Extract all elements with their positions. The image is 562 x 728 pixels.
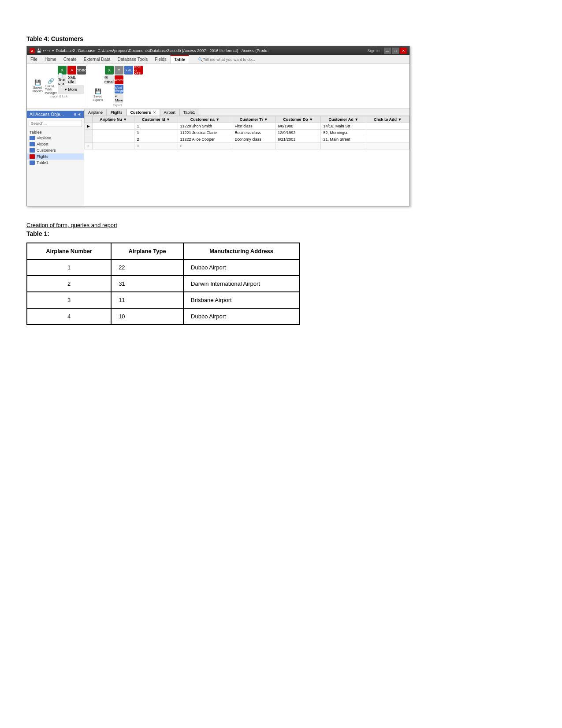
nav-item-airport-label: Airport — [37, 142, 48, 146]
cell-id-1[interactable]: 1 — [134, 123, 178, 130]
email-button[interactable]: ✉ Email — [105, 75, 114, 84]
tab-flights-label: Flights — [111, 110, 123, 115]
import-small-buttons: X A ODBC 📄 Text File XML File ▾ More — [58, 66, 86, 94]
creation-link[interactable]: Creation of form, queries and report — [26, 222, 536, 228]
row4-number: 4 — [27, 308, 111, 325]
cell-title-1[interactable]: First class — [232, 123, 275, 130]
text-export-button[interactable]: T — [115, 66, 123, 75]
cell-dob-3[interactable]: 6/21/2001 — [275, 136, 321, 143]
access-window: A 💾 ↩ ↪ ▾ Database2 : Database- C:\Users… — [26, 46, 410, 206]
nav-item-customers[interactable]: Customers — [27, 147, 84, 153]
ribbon-tabs: File Home Create External Data Database … — [27, 55, 409, 64]
table-tab-bar: Airplane Flights Customers ✕ Airport Tab… — [84, 109, 409, 116]
cell-airplane-2[interactable] — [93, 130, 134, 136]
saved-exports-button[interactable]: 💾 Saved Exports — [92, 87, 104, 103]
row-selector-2[interactable] — [85, 130, 93, 136]
excel-export-button[interactable]: X — [105, 66, 114, 75]
new-cell-addr[interactable] — [321, 143, 366, 149]
maximize-button[interactable]: □ — [392, 48, 399, 54]
col-customer-na[interactable]: Customer na ▼ — [178, 116, 232, 123]
tab-external-data[interactable]: External Data — [80, 55, 114, 63]
saved-imports-button[interactable]: 💾 Saved Imports — [31, 78, 44, 94]
more-export-button[interactable]: ▾ More — [115, 94, 123, 103]
col-airplane-nu[interactable]: Airplane Nu ▼ — [93, 116, 134, 123]
tell-me-area: 🔍 — [189, 55, 409, 63]
row1-address: Dubbo Airport — [183, 259, 299, 276]
col-customer-id[interactable]: Customer Id ▼ — [134, 116, 178, 123]
tab-airport[interactable]: Airport — [160, 109, 180, 116]
linked-table-manager-button[interactable]: 🔗 Linked Table Manager — [45, 78, 57, 94]
title-bar-left: A 💾 ↩ ↪ ▾ Database2 : Database- C:\Users… — [30, 48, 271, 53]
nav-item-table1[interactable]: Table1 — [27, 160, 84, 166]
cell-addr-3[interactable]: 21, Main Street — [321, 136, 366, 143]
cell-title-3[interactable]: Economy class — [232, 136, 275, 143]
airplane-table-icon — [30, 136, 35, 140]
access-import-button[interactable]: A — [67, 66, 76, 75]
row-selector-3[interactable] — [85, 136, 93, 143]
tab-customers[interactable]: Customers ✕ — [127, 109, 160, 116]
cell-addr-1[interactable]: 14/16, Main Str — [321, 123, 366, 130]
text-file-button[interactable]: 📄 Text File — [58, 75, 67, 84]
export-row2: ✉ Email Access Word Merge ▾ More — [105, 75, 143, 103]
tab-table[interactable]: Table — [170, 55, 189, 63]
tab-fields[interactable]: Fields — [151, 55, 170, 63]
table-row: ▶ 1 11220 Jhon Smith First class 6/8/198… — [85, 123, 409, 130]
tables-section-label: Tables — [27, 129, 84, 135]
table1-icon — [30, 161, 35, 165]
cell-id-3[interactable]: 2 — [134, 136, 178, 143]
tab-table1-label: Table1 — [183, 110, 195, 115]
pdf-xps-button[interactable]: PDF or XPS — [134, 66, 143, 75]
row2-address: Darwin International Airport — [183, 276, 299, 292]
tab-table1[interactable]: Table1 — [179, 109, 199, 116]
new-cell-dob[interactable] — [275, 143, 321, 149]
col-customer-ad[interactable]: Customer Ad ▼ — [321, 116, 366, 123]
cell-title-2[interactable]: Business class — [232, 130, 275, 136]
table1-heading: Table 1: — [26, 230, 536, 237]
col-click-to-add[interactable]: Click to Add ▼ — [366, 116, 409, 123]
row-selector-1[interactable]: ▶ — [85, 123, 93, 130]
tab-flights[interactable]: Flights — [107, 109, 127, 116]
cell-dob-1[interactable]: 6/8/1988 — [275, 123, 321, 130]
cell-dob-2[interactable]: 12/9/1992 — [275, 130, 321, 136]
nav-item-airport[interactable]: Airport — [27, 141, 84, 147]
nav-item-flights[interactable]: Flights — [27, 153, 84, 160]
cell-name-1[interactable]: 11220 Jhon Smith — [178, 123, 232, 130]
tab-airplane[interactable]: Airplane — [84, 109, 107, 116]
title-bar-controls[interactable]: Sign in — □ ✕ — [367, 48, 407, 54]
new-cell-name[interactable]: 0 — [178, 143, 232, 149]
sign-in-label[interactable]: Sign in — [367, 49, 380, 53]
tab-file[interactable]: File — [27, 55, 41, 63]
close-button[interactable]: ✕ — [400, 48, 407, 54]
tab-database-tools[interactable]: Database Tools — [114, 55, 151, 63]
row2-type: 31 — [111, 276, 183, 292]
table-row: 2 11222 Alice Cooper Economy class 6/21/… — [85, 136, 409, 143]
nav-item-airplane[interactable]: Airplane — [27, 135, 84, 141]
col-customer-ti[interactable]: Customer Ti ▼ — [232, 116, 275, 123]
new-cell-id[interactable]: 0 — [134, 143, 178, 149]
xml-file-button[interactable]: XML File — [67, 75, 76, 84]
xml-export-button[interactable]: XML — [124, 66, 133, 75]
new-cell-airplane[interactable] — [93, 143, 134, 149]
minimize-button[interactable]: — — [384, 48, 391, 54]
new-cell-title[interactable] — [232, 143, 275, 149]
tab-create[interactable]: Create — [60, 55, 80, 63]
new-row-selector[interactable]: × — [85, 143, 93, 149]
col-customer-do[interactable]: Customer Do ▼ — [275, 116, 321, 123]
cell-addr-2[interactable]: 52, Morningsd — [321, 130, 366, 136]
tell-me-input[interactable] — [203, 57, 273, 62]
word-merge-button[interactable]: Word Merge — [115, 85, 123, 93]
cell-id-2[interactable]: 1 — [134, 130, 178, 136]
cell-name-3[interactable]: 11222 Alice Cooper — [178, 136, 232, 143]
cell-name-2[interactable]: 11221 Jessica Clarie — [178, 130, 232, 136]
nav-search-input[interactable] — [29, 120, 82, 127]
cell-airplane-3[interactable] — [93, 136, 134, 143]
cell-airplane-1[interactable] — [93, 123, 134, 130]
access-export-button[interactable]: Access — [115, 75, 123, 84]
odbc-button[interactable]: ODBC — [77, 66, 86, 75]
nav-header[interactable]: All Access Obje... ⊕ ≪ — [27, 111, 84, 118]
more-import-button[interactable]: ▾ More — [58, 85, 84, 94]
access-app-icon: A — [30, 48, 35, 53]
tab-customers-close[interactable]: ✕ — [153, 111, 156, 115]
nav-header-icons[interactable]: ⊕ ≪ — [74, 112, 81, 116]
tab-home[interactable]: Home — [41, 55, 60, 63]
